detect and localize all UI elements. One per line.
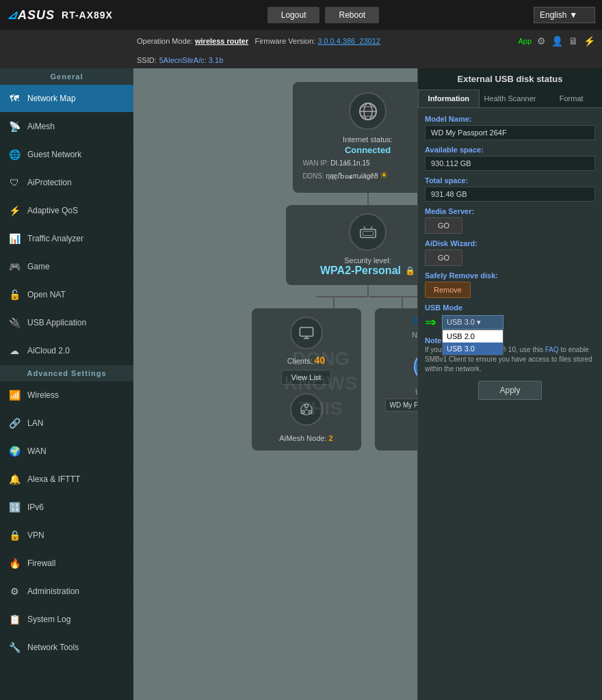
settings-icon[interactable]: ⚙ [537,36,546,46]
sidebar-label-guest-network: Guest Network [27,150,81,159]
sidebar-item-traffic-analyzer[interactable]: 📊 Traffic Analyzer [0,225,133,253]
aicloud-icon: ☁ [7,343,22,358]
connector-vl [333,297,335,308]
sidebar-item-game[interactable]: 🎮 Game [0,253,133,281]
sidebar-item-wireless[interactable]: 📶 Wireless [0,381,133,409]
faq-link[interactable]: FAQ [545,346,559,353]
sidebar-label-alexa: Alexa & IFTTT [27,474,80,484]
sidebar-item-network-tools[interactable]: 🔧 Network Tools [0,634,133,662]
sidebar-item-aiprotection[interactable]: 🛡 AiProtection [0,169,133,197]
connector-v1 [367,193,369,205]
guest-network-icon: 🌐 [7,147,22,162]
security-value: WPA2-Personal [320,265,401,277]
model-name: RT-AX89X [62,10,113,21]
aiprotection-icon: 🛡 [7,175,22,190]
sidebar-item-network-map[interactable]: 🗺 Network Map [0,85,133,113]
usb-panel-title: External USB disk status [418,68,602,90]
top-bar: ⊿ASUS RT-AX89X Logout Reboot English ▼ [0,0,602,30]
usb-mode-select-header[interactable]: USB 3.0 ▾ [442,315,503,329]
reboot-button[interactable]: Reboot [325,7,379,23]
language-selector[interactable]: English ▼ [534,7,595,23]
usb-mode-arrow-icon: ⇒ [425,314,436,330]
firewall-icon: 🔥 [7,556,22,571]
available-space-field: Available space: 930.112 GB [425,146,595,171]
aidisk-go-button[interactable]: GO [425,250,462,266]
user-icon[interactable]: 👤 [551,36,563,46]
aimesh-icon-circle [290,393,323,426]
internet-status-label: Internet status: [343,135,393,144]
usb-mode-option-30[interactable]: USB 3.0 [443,342,503,355]
svg-rect-9 [300,327,313,336]
info-bar: Operation Mode: wireless router Firmware… [0,30,602,52]
usb-mode-option-20[interactable]: USB 2.0 [443,330,503,342]
top-bar-left: ⊿ASUS RT-AX89X [7,8,113,23]
open-nat-icon: 🔓 [7,287,22,302]
sidebar-item-system-log[interactable]: 📋 System Log [0,606,133,634]
sidebar-item-aimesh[interactable]: 📡 AiMesh [0,113,133,141]
sidebar-label-usb-application: USB Application [27,318,86,327]
lan-icon: 🔗 [7,416,22,431]
aidisk-field: AiDisk Wizard: GO [425,239,595,266]
system-log-icon: 📋 [7,612,22,627]
router-icon [349,213,387,251]
safely-remove-button[interactable]: Remove [425,282,471,298]
usb-mode-field: USB Mode ⇒ USB 3.0 ▾ USB 2.0 USB 3.0 [425,304,595,330]
administration-icon: ⚙ [7,584,22,599]
asus-logo: ⊿ASUS [7,8,55,23]
sidebar-label-network-map: Network Map [27,94,76,103]
sidebar-item-alexa[interactable]: 🔔 Alexa & IFTTT [0,466,133,494]
logout-button[interactable]: Logout [267,7,320,23]
network-tools-icon: 🔧 [7,640,22,655]
sidebar-item-guest-network[interactable]: 🌐 Guest Network [0,141,133,169]
internet-status-value: Connected [345,145,391,155]
view-list-button[interactable]: View List [281,370,332,385]
top-icons: App ⚙ 👤 🖥 ⚡ [518,36,595,46]
sidebar-label-wireless: Wireless [27,390,59,400]
router-svg [358,225,378,240]
monitor-svg [298,326,315,340]
sidebar-general-title: General [0,68,133,85]
aimesh-icon: 📡 [7,119,22,134]
apply-button[interactable]: Apply [478,381,541,400]
clients-icon [290,317,323,349]
sidebar-label-aiprotection: AiProtection [27,178,72,187]
sidebar-label-ipv6: IPv6 [27,502,44,512]
usb-icon[interactable]: ⚡ [584,36,595,46]
sidebar-item-adaptive-qos[interactable]: ⚡ Adaptive QoS [0,197,133,225]
game-icon: 🎮 [7,259,22,274]
operation-mode-info: Operation Mode: wireless router Firmware… [137,37,380,45]
sidebar-label-open-nat: Open NAT [27,290,66,299]
vpn-icon: 🔒 [7,528,22,543]
tab-information[interactable]: Information [418,90,480,107]
safely-remove-field: Safely Remove disk: Remove [425,271,595,298]
tab-format[interactable]: Format [540,90,602,107]
security-label: Security level: [344,256,391,265]
sidebar-item-aicloud[interactable]: ☁ AiCloud 2.0 [0,337,133,365]
sidebar-advanced-title: Advanced Settings [0,365,133,381]
media-server-field: Media Server: GO [425,207,595,234]
model-name-field: Model Name: WD My Passport 264F [425,115,595,140]
sidebar-label-lan: LAN [27,418,43,428]
sidebar-item-open-nat[interactable]: 🔓 Open NAT [0,281,133,309]
sidebar-label-wan: WAN [27,446,47,456]
sidebar-item-wan[interactable]: 🌍 WAN [0,438,133,466]
sidebar-item-vpn[interactable]: 🔒 VPN [0,522,133,550]
sidebar-item-ipv6[interactable]: 🔢 IPv6 [0,494,133,522]
available-space-value: 930.112 GB [425,156,595,171]
sidebar-item-administration[interactable]: ⚙ Administration [0,578,133,606]
content-area: DONG KNOWS THIS [133,68,602,700]
sidebar-item-usb-application[interactable]: 🔌 USB Application [0,309,133,337]
media-server-go-button[interactable]: GO [425,217,462,234]
monitor-icon[interactable]: 🖥 [568,36,578,46]
sidebar-item-lan[interactable]: 🔗 LAN [0,409,133,438]
usb-mode-row: ⇒ USB 3.0 ▾ USB 2.0 USB 3.0 [425,314,595,330]
sidebar-label-aicloud: AiCloud 2.0 [27,346,70,355]
sidebar-label-game: Game [27,262,50,271]
tab-health-scanner[interactable]: Health Scanner [480,90,541,107]
aimesh-svg [298,401,315,418]
sidebar-label-vpn: VPN [27,530,44,540]
network-map-icon: 🗺 [7,91,22,106]
usb-panel: External USB disk status Information Hea… [417,68,602,700]
sidebar-item-firewall[interactable]: 🔥 Firewall [0,550,133,578]
ssid-bar: SSID: 5AlecnStirA/c: 3.1b [0,52,602,68]
